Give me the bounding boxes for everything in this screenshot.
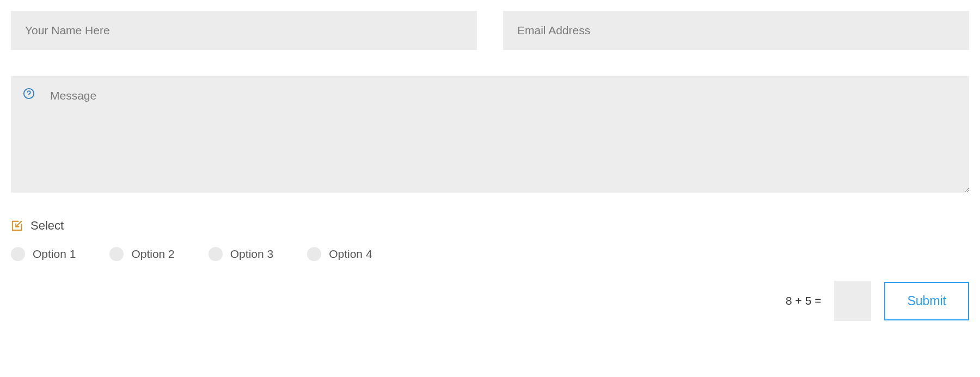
form-footer: 8 + 5 = Submit	[11, 281, 969, 321]
radio-icon	[307, 247, 321, 261]
contact-form: Select Option 1 Option 2 Option 3 Option…	[11, 11, 969, 321]
name-field-wrapper	[11, 11, 477, 50]
option-label: Option 4	[329, 248, 372, 261]
option-label: Option 2	[131, 248, 174, 261]
options-row: Option 1 Option 2 Option 3 Option 4	[11, 247, 969, 261]
svg-line-2	[16, 221, 21, 227]
message-textarea[interactable]	[11, 76, 969, 193]
radio-icon	[209, 247, 223, 261]
option-item-2[interactable]: Option 2	[109, 247, 174, 261]
select-group: Select Option 1 Option 2 Option 3 Option…	[11, 219, 969, 261]
message-row	[11, 76, 969, 195]
option-item-4[interactable]: Option 4	[307, 247, 372, 261]
select-icon	[11, 220, 23, 232]
select-label: Select	[30, 219, 64, 233]
radio-icon	[109, 247, 124, 261]
captcha-input[interactable]	[834, 281, 871, 321]
option-label: Option 3	[230, 248, 273, 261]
name-input[interactable]	[11, 11, 477, 50]
select-header: Select	[11, 219, 969, 233]
svg-point-0	[24, 89, 34, 98]
option-item-3[interactable]: Option 3	[209, 247, 273, 261]
message-field-wrapper	[11, 76, 969, 195]
email-input[interactable]	[503, 11, 969, 50]
email-field-wrapper	[503, 11, 969, 50]
help-icon[interactable]	[23, 88, 35, 100]
radio-icon	[11, 247, 25, 261]
option-label: Option 1	[33, 248, 76, 261]
svg-point-1	[28, 96, 29, 96]
captcha-question: 8 + 5 =	[786, 294, 821, 307]
option-item-1[interactable]: Option 1	[11, 247, 76, 261]
name-email-row	[11, 11, 969, 50]
submit-button[interactable]: Submit	[884, 282, 969, 320]
